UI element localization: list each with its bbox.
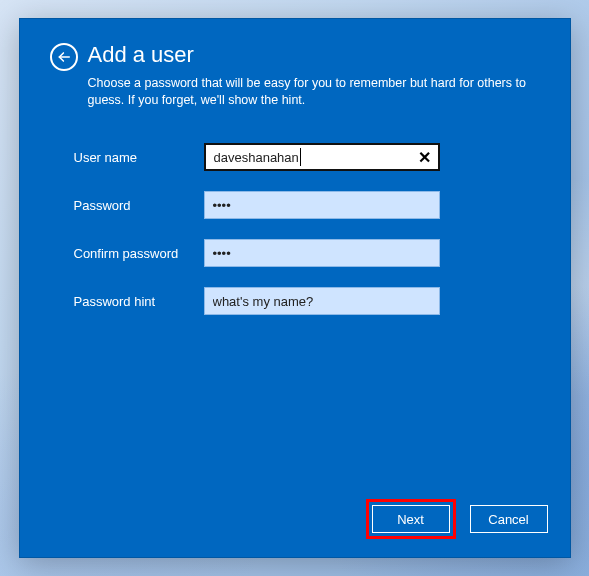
dialog-title: Add a user [88, 41, 540, 69]
username-field-wrap: ✕ [204, 143, 440, 171]
text-caret [300, 148, 301, 166]
clear-username-button[interactable]: ✕ [414, 146, 436, 168]
hint-field-wrap [204, 287, 440, 315]
cancel-button[interactable]: Cancel [470, 505, 548, 533]
row-confirm: Confirm password [74, 239, 540, 267]
label-username: User name [74, 150, 204, 165]
password-hint-input[interactable] [204, 287, 440, 315]
row-password: Password [74, 191, 540, 219]
label-confirm: Confirm password [74, 246, 204, 261]
confirm-password-input[interactable] [204, 239, 440, 267]
row-username: User name ✕ [74, 143, 540, 171]
dialog-footer: Next Cancel [366, 499, 548, 539]
dialog-subtitle: Choose a password that will be easy for … [88, 75, 528, 109]
back-arrow-icon [57, 50, 71, 64]
dialog-header: Add a user Choose a password that will b… [20, 19, 570, 109]
title-block: Add a user Choose a password that will b… [88, 41, 540, 109]
close-icon: ✕ [418, 148, 431, 167]
form: User name ✕ Password Confirm password [20, 109, 570, 315]
next-button[interactable]: Next [372, 505, 450, 533]
label-hint: Password hint [74, 294, 204, 309]
row-hint: Password hint [74, 287, 540, 315]
next-button-highlight: Next [366, 499, 456, 539]
label-password: Password [74, 198, 204, 213]
password-field-wrap [204, 191, 440, 219]
back-button[interactable] [50, 43, 78, 71]
username-input[interactable] [204, 143, 440, 171]
desktop-background: Add a user Choose a password that will b… [0, 0, 589, 576]
password-input[interactable] [204, 191, 440, 219]
add-user-dialog: Add a user Choose a password that will b… [19, 18, 571, 558]
confirm-field-wrap [204, 239, 440, 267]
